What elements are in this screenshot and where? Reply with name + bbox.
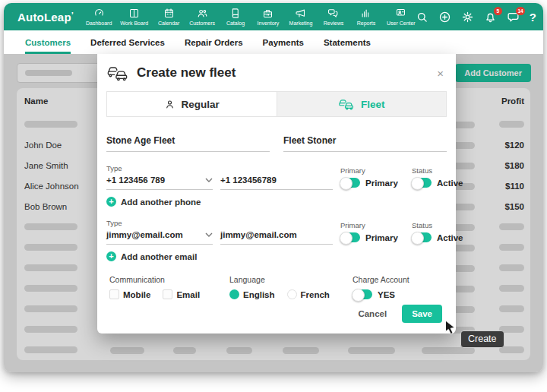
nav-label: Reviews	[324, 21, 343, 26]
phone-number-field[interactable]: +1 123456789	[220, 175, 333, 190]
charge-account-toggle[interactable]	[353, 289, 372, 299]
charge-account-toggle-label: YES	[378, 290, 395, 299]
checkbox-icon	[163, 289, 172, 299]
phone-status-toggle-label: Active	[437, 179, 463, 188]
chevron-down-icon	[205, 232, 213, 237]
add-another-email-label: Add another email	[121, 252, 197, 261]
email-row: Type jimmy@email.com jimmy@email.com Pri…	[106, 219, 447, 245]
email-status-toggle[interactable]	[412, 232, 432, 242]
nav-label: Dashboard	[86, 21, 112, 26]
quick-add-icon[interactable]	[438, 11, 451, 24]
tab-payments[interactable]: Payments	[263, 30, 304, 54]
phone-type-label: Type	[106, 164, 213, 172]
marketing-icon	[295, 8, 306, 19]
customer-type-tabs: Regular	[106, 91, 447, 117]
modal-title: Create new fleet	[137, 65, 426, 81]
name-fields-row: Stone Age Fleet Fleet Stoner	[106, 135, 447, 152]
phone-primary-label: Primary	[340, 166, 404, 175]
email-type-label: Type	[106, 219, 213, 227]
language-english-radio[interactable]: English	[229, 289, 275, 299]
mobile-checkbox[interactable]: Mobile	[109, 289, 150, 299]
contact-name-field[interactable]: Fleet Stoner	[283, 135, 447, 152]
nav-item-dashboard[interactable]: Dashboard	[86, 8, 112, 26]
fleet-name-field[interactable]: Stone Age Fleet	[106, 135, 270, 152]
nav-label: Marketing	[289, 21, 313, 26]
charge-account-group: Charge Account YES	[353, 275, 447, 299]
logo-mark: ’	[71, 11, 74, 20]
radio-selected-icon	[229, 289, 239, 299]
add-another-email-link[interactable]: + Add another email	[106, 251, 197, 261]
language-label: Language	[229, 275, 353, 284]
bell-badge: 5	[494, 7, 502, 15]
tab-deferred-services[interactable]: Deferred Services	[90, 30, 165, 54]
email-address-value: jimmy@email.com	[220, 230, 297, 239]
search-icon[interactable]	[416, 11, 428, 24]
nav-item-calendar[interactable]: Calendar	[157, 8, 181, 26]
french-radio-label: French	[301, 290, 330, 299]
phone-number-value: +1 123456789	[220, 175, 277, 185]
person-icon	[164, 99, 175, 110]
email-type-value: jimmy@email.com	[106, 230, 183, 239]
content-area: Add Customer Name Profit John Doe$120Jan…	[4, 54, 543, 372]
nav-item-work-board[interactable]: Work Board	[120, 8, 148, 26]
email-address-field[interactable]: jimmy@email.com	[220, 230, 333, 245]
nav-item-reviews[interactable]: Reviews	[321, 8, 346, 26]
fleet-cars-icon	[106, 65, 129, 81]
tab-repair-orders[interactable]: Repair Orders	[185, 30, 243, 54]
tab-statements[interactable]: Statements	[324, 30, 371, 54]
nav-item-reports[interactable]: Reports	[354, 8, 378, 26]
plus-icon: +	[106, 197, 116, 207]
app-window: AutoLeap’ Dashboard Work Board Calendar …	[4, 3, 543, 372]
create-fleet-modal: Create new fleet × Regular	[97, 54, 456, 334]
email-primary-toggle-label: Primary	[365, 233, 398, 242]
nav-item-catalog[interactable]: Catalog	[223, 8, 248, 26]
tab-customers[interactable]: Customers	[25, 30, 71, 54]
nav-item-user-center[interactable]: User Center	[387, 8, 416, 26]
nav-item-inventory[interactable]: Inventory	[256, 8, 280, 26]
tab-regular-label: Regular	[182, 99, 220, 110]
phone-status-toggle[interactable]	[412, 178, 432, 188]
cursor-tooltip: Create	[460, 330, 504, 348]
nav-items: Dashboard Work Board Calendar Customers …	[86, 8, 416, 26]
communication-label: Communication	[109, 275, 229, 284]
messages-chat-icon[interactable]: 14	[507, 11, 520, 24]
email-type-dropdown[interactable]: Type jimmy@email.com	[106, 219, 213, 245]
email-primary-group: Primary Primary	[340, 221, 404, 245]
notifications-bell-icon[interactable]: 5	[484, 11, 497, 24]
nav-item-marketing[interactable]: Marketing	[289, 8, 313, 26]
phone-primary-group: Primary Primary	[340, 166, 404, 190]
tab-fleet-label: Fleet	[361, 99, 385, 110]
phone-primary-toggle[interactable]	[340, 178, 360, 188]
user-center-icon	[395, 8, 406, 19]
close-icon[interactable]: ×	[434, 66, 447, 81]
add-another-phone-link[interactable]: + Add another phone	[106, 197, 201, 207]
cancel-button[interactable]: Cancel	[358, 309, 387, 318]
email-primary-toggle[interactable]	[340, 232, 360, 242]
email-checkbox[interactable]: Email	[163, 289, 200, 299]
chevron-down-icon	[205, 178, 213, 182]
phone-type-dropdown[interactable]: Type +1 123456 789	[106, 164, 213, 190]
catalog-icon	[229, 8, 241, 19]
email-status-toggle-label: Active	[437, 233, 463, 242]
nav-label: Inventory	[258, 21, 280, 26]
help-icon[interactable]: ?	[530, 11, 536, 24]
english-radio-label: English	[243, 290, 275, 299]
phone-primary-toggle-label: Primary	[365, 179, 398, 188]
tab-fleet[interactable]: Fleet	[277, 92, 447, 116]
options-row: Communication Mobile Email Language	[106, 275, 447, 299]
phone-status-group: Status Active	[412, 166, 463, 190]
add-another-phone-label: Add another phone	[121, 198, 201, 207]
chat-badge: 14	[516, 7, 524, 15]
modal-footer: Cancel Save	[106, 305, 447, 324]
email-status-group: Status Active	[412, 221, 463, 245]
nav-label: User Center	[387, 21, 416, 26]
tab-regular[interactable]: Regular	[107, 92, 277, 116]
autoleap-logo[interactable]: AutoLeap’	[17, 11, 74, 24]
settings-gear-icon[interactable]	[461, 11, 474, 24]
top-navbar: AutoLeap’ Dashboard Work Board Calendar …	[4, 3, 543, 30]
language-french-radio[interactable]: French	[287, 289, 330, 299]
save-button[interactable]: Save	[402, 305, 442, 323]
email-checkbox-label: Email	[176, 290, 200, 299]
nav-item-customers[interactable]: Customers	[189, 8, 215, 26]
charge-account-label: Charge Account	[353, 275, 447, 284]
